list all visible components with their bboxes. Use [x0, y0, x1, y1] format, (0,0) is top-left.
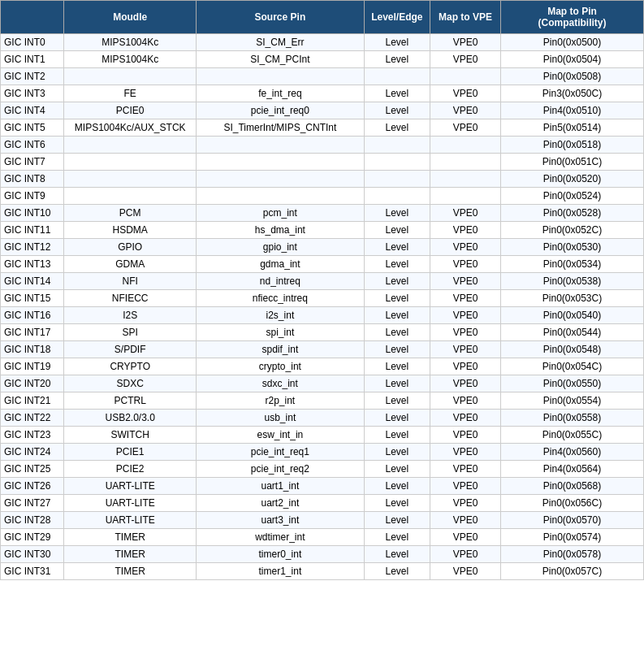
cell-vpe: VPE0	[430, 512, 501, 529]
cell-gic: GIC INT12	[1, 239, 64, 256]
cell-vpe: VPE0	[430, 85, 501, 102]
cell-module	[64, 154, 197, 171]
cell-level: Level	[364, 239, 430, 256]
cell-source: esw_int_in	[197, 427, 364, 444]
cell-source: pcie_int_req2	[197, 461, 364, 478]
cell-level: Level	[364, 358, 430, 375]
cell-source: r2p_int	[197, 392, 364, 410]
cell-source: uart1_int	[197, 478, 364, 495]
cell-vpe: VPE0	[430, 341, 501, 358]
cell-module: NFI	[64, 273, 197, 290]
cell-module: CRYPTO	[64, 358, 197, 375]
cell-pin: Pin0(0x0504)	[500, 51, 643, 68]
cell-module: SPI	[64, 324, 197, 341]
cell-module	[64, 137, 197, 154]
cell-module: PCIE1	[64, 444, 197, 461]
cell-vpe: VPE0	[430, 563, 501, 580]
cell-level	[364, 137, 430, 154]
table-row: GIC INT6Pin0(0x0518)	[1, 137, 644, 154]
cell-module: GPIO	[64, 239, 197, 256]
cell-vpe: VPE0	[430, 410, 501, 427]
table-row: GIC INT26UART-LITEuart1_intLevelVPE0Pin0…	[1, 478, 644, 495]
header-module: Moudle	[64, 1, 197, 34]
cell-gic: GIC INT25	[1, 461, 64, 478]
cell-source: pcie_int_req0	[197, 102, 364, 119]
cell-module: TIMER	[64, 546, 197, 563]
cell-gic: GIC INT21	[1, 392, 64, 410]
table-row: GIC INT11HSDMAhs_dma_intLevelVPE0Pin0(0x…	[1, 222, 644, 239]
cell-source: uart3_int	[197, 512, 364, 529]
cell-gic: GIC INT24	[1, 444, 64, 461]
table-row: GIC INT8Pin0(0x0520)	[1, 171, 644, 188]
cell-pin: Pin0(0x0550)	[500, 375, 643, 392]
cell-gic: GIC INT17	[1, 324, 64, 341]
cell-gic: GIC INT15	[1, 290, 64, 307]
cell-pin: Pin0(0x056C)	[500, 495, 643, 512]
cell-gic: GIC INT18	[1, 341, 64, 358]
table-row: GIC INT18S/PDIFspdif_intLevelVPE0Pin0(0x…	[1, 341, 644, 358]
cell-pin: Pin4(0x0564)	[500, 461, 643, 478]
cell-pin: Pin0(0x0558)	[500, 410, 643, 427]
cell-pin: Pin0(0x054C)	[500, 358, 643, 375]
cell-vpe: VPE0	[430, 324, 501, 341]
cell-gic: GIC INT11	[1, 222, 64, 239]
table-row: GIC INT19CRYPTOcrypto_intLevelVPE0Pin0(0…	[1, 358, 644, 375]
cell-vpe: VPE0	[430, 239, 501, 256]
cell-vpe	[430, 154, 501, 171]
cell-level: Level	[364, 375, 430, 392]
table-row: GIC INT30TIMERtimer0_intLevelVPE0Pin0(0x…	[1, 546, 644, 563]
cell-pin: Pin0(0x0528)	[500, 205, 643, 222]
cell-level: Level	[364, 256, 430, 273]
cell-pin: Pin0(0x0538)	[500, 273, 643, 290]
cell-gic: GIC INT31	[1, 563, 64, 580]
cell-vpe: VPE0	[430, 358, 501, 375]
cell-module: PCIE2	[64, 461, 197, 478]
cell-pin: Pin0(0x0500)	[500, 34, 643, 51]
cell-level: Level	[364, 410, 430, 427]
cell-level	[364, 154, 430, 171]
table-row: GIC INT29TIMERwdtimer_intLevelVPE0Pin0(0…	[1, 529, 644, 546]
cell-pin: Pin0(0x051C)	[500, 154, 643, 171]
cell-pin: Pin4(0x0510)	[500, 102, 643, 119]
table-row: GIC INT25PCIE2pcie_int_req2LevelVPE0Pin4…	[1, 461, 644, 478]
table-row: GIC INT5MIPS1004Kc/AUX_STCKSI_TimerInt/M…	[1, 119, 644, 137]
header-level: Level/Edge	[364, 1, 430, 34]
cell-vpe: VPE0	[430, 461, 501, 478]
cell-module: SDXC	[64, 375, 197, 392]
cell-vpe: VPE0	[430, 102, 501, 119]
cell-gic: GIC INT16	[1, 307, 64, 324]
cell-vpe: VPE0	[430, 290, 501, 307]
cell-gic: GIC INT9	[1, 188, 64, 205]
cell-level	[364, 68, 430, 85]
table-row: GIC INT24PCIE1pcie_int_req1LevelVPE0Pin4…	[1, 444, 644, 461]
cell-module: MIPS1004Kc/AUX_STCK	[64, 119, 197, 137]
cell-pin: Pin0(0x0574)	[500, 529, 643, 546]
cell-pin: Pin0(0x0530)	[500, 239, 643, 256]
cell-pin: Pin0(0x0544)	[500, 324, 643, 341]
cell-gic: GIC INT3	[1, 85, 64, 102]
cell-module: PCTRL	[64, 392, 197, 410]
cell-level: Level	[364, 341, 430, 358]
cell-pin: Pin3(0x050C)	[500, 85, 643, 102]
cell-vpe: VPE0	[430, 495, 501, 512]
cell-vpe: VPE0	[430, 205, 501, 222]
table-row: GIC INT16I2Si2s_intLevelVPE0Pin0(0x0540)	[1, 307, 644, 324]
header-vpe: Map to VPE	[430, 1, 501, 34]
cell-pin: Pin0(0x0518)	[500, 137, 643, 154]
table-row: GIC INT17SPIspi_intLevelVPE0Pin0(0x0544)	[1, 324, 644, 341]
cell-pin: Pin0(0x052C)	[500, 222, 643, 239]
cell-level	[364, 188, 430, 205]
cell-vpe: VPE0	[430, 119, 501, 137]
cell-pin: Pin0(0x0534)	[500, 256, 643, 273]
cell-vpe: VPE0	[430, 546, 501, 563]
cell-level: Level	[364, 307, 430, 324]
cell-gic: GIC INT19	[1, 358, 64, 375]
table-row: GIC INT28UART-LITEuart3_intLevelVPE0Pin0…	[1, 512, 644, 529]
cell-source: SI_CM_PCInt	[197, 51, 364, 68]
header-gic	[1, 1, 64, 34]
table-row: GIC INT10PCMpcm_intLevelVPE0Pin0(0x0528)	[1, 205, 644, 222]
cell-gic: GIC INT28	[1, 512, 64, 529]
cell-module: UART-LITE	[64, 495, 197, 512]
header-pin: Map to Pin (Compatibility)	[500, 1, 643, 34]
table-row: GIC INT9Pin0(0x0524)	[1, 188, 644, 205]
